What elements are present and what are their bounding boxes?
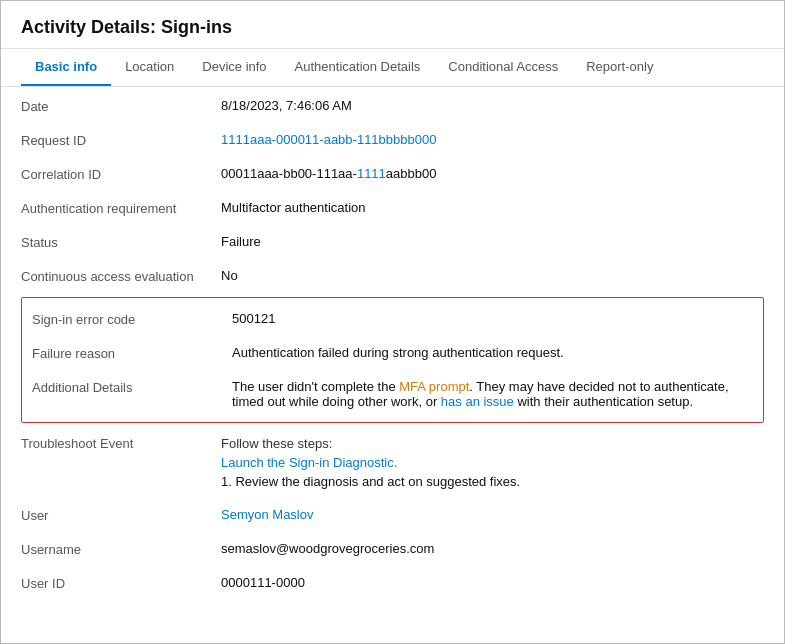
correlation-id-row: Correlation ID 00011aaa-bb00-111aa-1111a… [21,157,764,191]
error-box: Sign-in error code 500121 Failure reason… [21,297,764,423]
has-issue-link[interactable]: has an issue [441,394,514,409]
tab-bar: Basic info Location Device info Authenti… [1,49,784,87]
failure-reason-row: Failure reason Authentication failed dur… [32,336,753,370]
user-value[interactable]: Semyon Maslov [221,507,764,522]
troubleshoot-content: Follow these steps: Launch the Sign-in D… [221,436,764,489]
auth-req-value: Multifactor authentication [221,200,764,215]
tab-device-info[interactable]: Device info [188,49,280,86]
additional-details-value: The user didn't complete the MFA prompt.… [232,379,753,409]
launch-diagnostic-link[interactable]: Launch the Sign-in Diagnostic. [221,455,397,470]
date-row: Date 8/18/2023, 7:46:06 AM [21,89,764,123]
signin-error-row: Sign-in error code 500121 [32,302,753,336]
username-row: Username semaslov@woodgrovegroceries.com [21,532,764,566]
request-id-value[interactable]: 1111aaa-000011-aabb-111bbbbb000 [221,132,764,147]
userid-value: 0000111-0000 [221,575,764,590]
continuous-row: Continuous access evaluation No [21,259,764,293]
request-id-row: Request ID 1111aaa-000011-aabb-111bbbbb0… [21,123,764,157]
additional-details-label: Additional Details [32,379,232,395]
correlation-id-label: Correlation ID [21,166,221,182]
request-id-label: Request ID [21,132,221,148]
title-bar: Activity Details: Sign-ins [1,1,784,49]
correlation-id-value: 00011aaa-bb00-111aa-1111aabbb00 [221,166,764,181]
auth-req-row: Authentication requirement Multifactor a… [21,191,764,225]
status-label: Status [21,234,221,250]
userid-label: User ID [21,575,221,591]
review-step-text: 1. Review the diagnosis and act on sugge… [221,474,764,489]
tab-report-only[interactable]: Report-only [572,49,667,86]
tab-conditional-access[interactable]: Conditional Access [434,49,572,86]
username-value: semaslov@woodgrovegroceries.com [221,541,764,556]
mfa-prompt-highlight: MFA prompt [399,379,469,394]
page-title: Activity Details: Sign-ins [21,17,764,38]
basic-info-section: Date 8/18/2023, 7:46:06 AM Request ID 11… [21,89,764,600]
follow-steps-text: Follow these steps: [221,436,764,451]
status-row: Status Failure [21,225,764,259]
content-area: Date 8/18/2023, 7:46:06 AM Request ID 11… [1,89,784,620]
user-label: User [21,507,221,523]
signin-error-value: 500121 [232,311,753,326]
tab-location[interactable]: Location [111,49,188,86]
troubleshoot-label: Troubleshoot Event [21,436,221,451]
continuous-label: Continuous access evaluation [21,268,221,284]
continuous-value: No [221,268,764,283]
status-value: Failure [221,234,764,249]
date-value: 8/18/2023, 7:46:06 AM [221,98,764,113]
username-label: Username [21,541,221,557]
tab-basic-info[interactable]: Basic info [21,49,111,86]
tab-authentication-details[interactable]: Authentication Details [281,49,435,86]
user-row: User Semyon Maslov [21,498,764,532]
date-label: Date [21,98,221,114]
failure-reason-value: Authentication failed during strong auth… [232,345,753,360]
troubleshoot-row: Troubleshoot Event Follow these steps: L… [21,427,764,498]
activity-details-window: Activity Details: Sign-ins Basic info Lo… [0,0,785,644]
failure-reason-label: Failure reason [32,345,232,361]
correlation-id-highlight: 1111 [357,166,386,181]
additional-details-row: Additional Details The user didn't compl… [32,370,753,418]
userid-row: User ID 0000111-0000 [21,566,764,600]
auth-req-label: Authentication requirement [21,200,221,216]
signin-error-label: Sign-in error code [32,311,232,327]
